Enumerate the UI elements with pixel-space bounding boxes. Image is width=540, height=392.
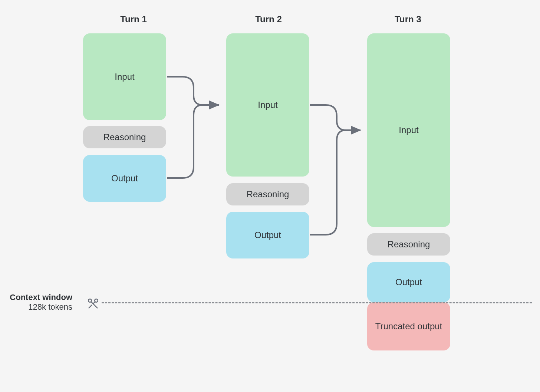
svg-line-3 <box>89 305 92 308</box>
turn-2-reasoning-box: Reasoning <box>226 183 309 205</box>
turn-1-title: Turn 1 <box>111 14 156 24</box>
context-window-sub-text: 128k tokens <box>28 302 72 312</box>
arrow-turn1-input-to-turn2 <box>167 77 219 105</box>
arrow-turn2-output-to-merge <box>310 130 346 235</box>
context-window-bold-text: Context window <box>10 293 72 302</box>
context-window-label: Context window 128k tokens <box>0 293 72 312</box>
turn-1-output-box: Output <box>83 155 166 202</box>
turn-3-truncated-box: Truncated output <box>367 302 450 350</box>
turn-1-reasoning-box: Reasoning <box>83 126 166 148</box>
arrow-turn2-input-to-turn3 <box>310 105 360 130</box>
turn-2-output-box: Output <box>226 212 309 258</box>
turn-3-output-box: Output <box>367 262 450 302</box>
svg-line-4 <box>93 302 95 304</box>
turn-3-reasoning-box: Reasoning <box>367 233 450 256</box>
diagram-canvas: Turn 1 Turn 2 Turn 3 Input Reasoning Out… <box>0 0 540 392</box>
scissors-icon <box>85 297 99 310</box>
turn-3-title: Turn 3 <box>386 14 430 24</box>
turn-2-title: Turn 2 <box>246 14 291 24</box>
turn-1-input-box: Input <box>83 33 166 120</box>
arrow-turn1-output-to-merge <box>167 105 203 178</box>
turn-2-input-box: Input <box>226 33 309 177</box>
turn-3-input-box: Input <box>367 33 450 227</box>
context-window-line <box>102 302 532 303</box>
